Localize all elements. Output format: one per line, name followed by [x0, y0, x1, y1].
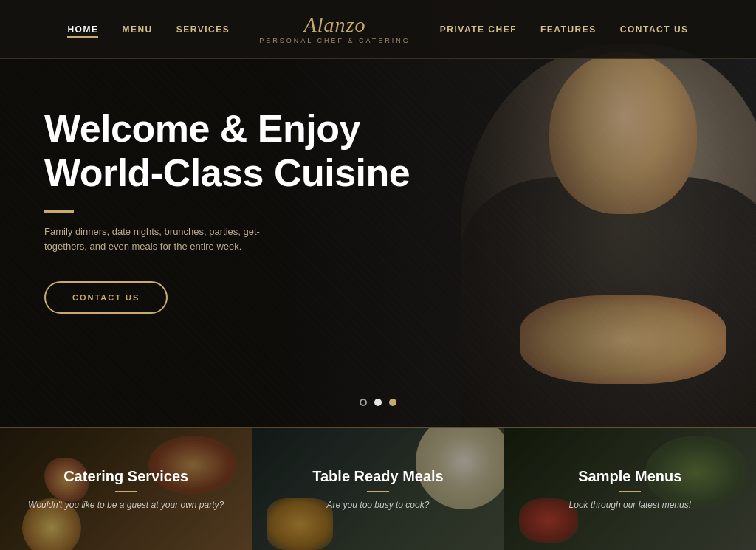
logo-subtitle: Personal Chef & Catering	[259, 37, 410, 44]
hero-section: Welcome & Enjoy World-Class Cuisine Fami…	[0, 0, 756, 428]
card2-title: Table Ready Meals	[312, 468, 443, 485]
card3-content: Sample Menus Look through our latest men…	[569, 468, 691, 510]
nav-right: Private Chef Features Contact Us	[440, 24, 689, 35]
slider-dot-1[interactable]	[360, 399, 367, 406]
sample-menus-card[interactable]: Sample Menus Look through our latest men…	[504, 428, 756, 550]
nav-features[interactable]: Features	[540, 24, 597, 35]
catering-services-card[interactable]: Catering Services Wouldn't you like to b…	[0, 428, 252, 550]
card3-divider	[619, 491, 641, 492]
logo[interactable]: Alanzo Personal Chef & Catering	[259, 14, 410, 44]
card2-subtitle: Are you too busy to cook?	[312, 500, 443, 510]
hero-description: Family dinners, date nights, brunches, p…	[44, 224, 266, 255]
slider-dot-2[interactable]	[374, 399, 382, 406]
card1-content: Catering Services Wouldn't you like to b…	[28, 468, 224, 510]
table-ready-meals-card[interactable]: Table Ready Meals Are you too busy to co…	[252, 428, 504, 550]
nav-services[interactable]: Services	[176, 24, 230, 35]
slider-dots	[360, 399, 396, 406]
card2-divider	[367, 491, 389, 492]
contact-us-button[interactable]: Contact Us	[44, 281, 168, 314]
section-separator	[0, 427, 756, 428]
navbar: Home Menu Services Alanzo Personal Chef …	[0, 0, 756, 59]
slider-dot-3[interactable]	[389, 399, 396, 406]
hero-divider	[44, 210, 74, 213]
hero-content: Welcome & Enjoy World-Class Cuisine Fami…	[44, 107, 410, 314]
card1-divider	[115, 491, 137, 492]
logo-title: Alanzo	[259, 14, 410, 37]
hero-title: Welcome & Enjoy World-Class Cuisine	[44, 107, 410, 196]
nav-private-chef[interactable]: Private Chef	[440, 24, 517, 35]
card1-title: Catering Services	[28, 468, 224, 485]
card3-title: Sample Menus	[569, 468, 691, 485]
nav-menu[interactable]: Menu	[122, 24, 152, 35]
bottom-cards: Catering Services Wouldn't you like to b…	[0, 428, 756, 550]
nav-left: Home Menu Services	[67, 24, 230, 35]
nav-contact[interactable]: Contact Us	[620, 24, 689, 35]
card3-subtitle: Look through our latest menus!	[569, 500, 691, 510]
card1-subtitle: Wouldn't you like to be a guest at your …	[28, 500, 224, 510]
nav-home[interactable]: Home	[67, 24, 98, 35]
card2-content: Table Ready Meals Are you too busy to co…	[312, 468, 443, 510]
